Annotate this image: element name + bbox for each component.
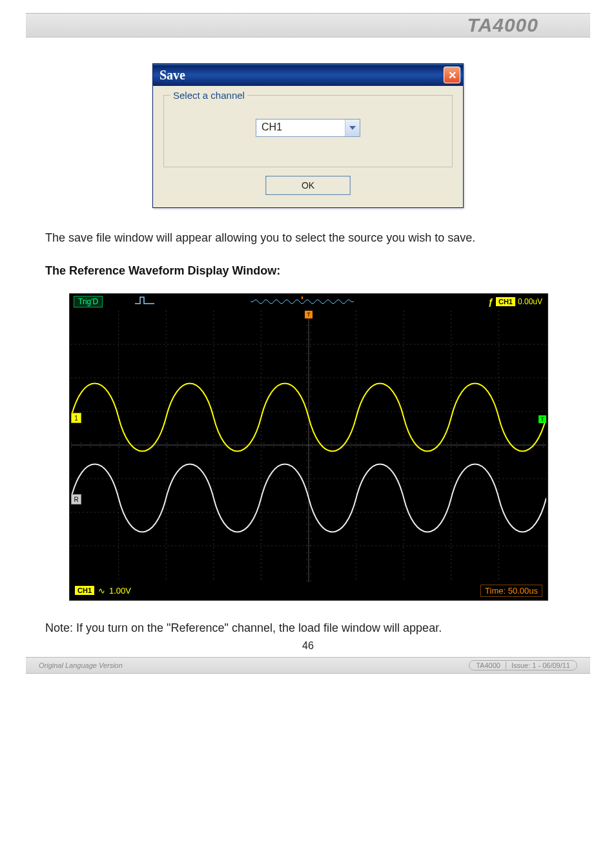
body-text-1: The save file window will appear allowin… (45, 230, 571, 246)
scope-top-bar: Trig'D ƒ CH1 0.00uV (70, 294, 548, 309)
trigger-level: 0.00uV (518, 297, 542, 306)
ch1-scale: 1.00V (109, 586, 131, 596)
footer-issue: Issue: 1 - 06/09/11 (506, 661, 570, 669)
section-title: The Reference Waveform Display Window: (45, 264, 571, 278)
pulse-icon (135, 296, 154, 307)
reference-marker: R (71, 494, 81, 504)
channel-1-marker: 1 (71, 413, 81, 423)
ch1-badge: CH1 (75, 586, 94, 595)
scope-plot: T 1 R T (71, 311, 546, 582)
overview-waveform-icon (251, 296, 354, 307)
header-model: TA4000 (467, 14, 539, 36)
ok-button[interactable]: OK (266, 176, 350, 194)
save-dialog: Save ✕ Select a channel CH1 OK (152, 63, 464, 208)
header-bar: TA4000 (26, 13, 590, 37)
page-number: 46 (0, 640, 616, 652)
trigger-source-badge: CH1 (496, 297, 515, 306)
trigger-level-marker: T (539, 415, 546, 423)
groupbox-legend: Select a channel (170, 90, 247, 101)
channel-select-value: CH1 (256, 120, 345, 136)
ch1-coupling-icon: ∿ (98, 586, 105, 596)
close-button[interactable]: ✕ (444, 67, 460, 83)
note-text: Note: If you turn on the "Reference" cha… (45, 620, 571, 636)
footer-model: TA4000 (476, 661, 500, 669)
trigger-position-marker: T (305, 311, 313, 318)
dialog-titlebar: Save ✕ (153, 64, 463, 86)
footer-left: Original Language Version (39, 661, 123, 669)
channel-groupbox: Select a channel CH1 (163, 95, 453, 167)
footer-right: TA4000 Issue: 1 - 06/09/11 (469, 660, 577, 671)
trigger-status: Trig'D (74, 296, 103, 307)
channel-1-footer: CH1 ∿ 1.00V (75, 586, 131, 596)
rising-edge-icon: ƒ (488, 296, 493, 307)
scope-bottom-bar: CH1 ∿ 1.00V Time: 50.00us (70, 583, 548, 600)
dialog-title: Save (159, 68, 185, 83)
trigger-info: ƒ CH1 0.00uV (488, 296, 542, 307)
timebase: Time: 50.00us (480, 585, 542, 597)
chevron-down-icon[interactable] (345, 120, 360, 136)
close-icon: ✕ (448, 69, 457, 81)
footer-bar: Original Language Version TA4000 Issue: … (26, 657, 590, 674)
oscilloscope-display: Trig'D ƒ CH1 0.00uV (69, 293, 548, 601)
dialog-body: Select a channel CH1 OK (153, 86, 463, 207)
channel-select[interactable]: CH1 (256, 119, 360, 137)
